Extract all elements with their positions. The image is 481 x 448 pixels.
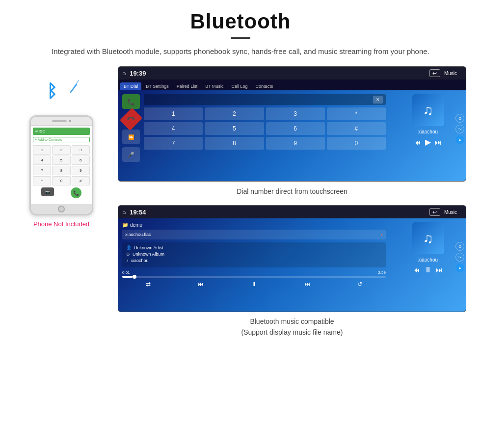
play-btn-2[interactable]: ⏸ (424, 265, 432, 274)
dial-key-4[interactable]: 4 (33, 156, 51, 165)
screen2-topbar: ⌂ 19:54 ↩ Music (118, 206, 466, 218)
dial-key-2[interactable]: 2 (52, 145, 70, 155)
screen1-back-btn[interactable]: ↩ (429, 69, 440, 77)
dial-key-5[interactable]: 5 (52, 156, 70, 165)
dial-key-8[interactable]: 8 (52, 166, 70, 175)
page-container: Bluetooth Integrated with Bluetooth modu… (0, 0, 481, 368)
side-btn-1[interactable]: ⊙ (455, 114, 464, 123)
pause-btn[interactable]: ⏸ (251, 281, 257, 288)
dial-key-hash[interactable]: # (72, 176, 90, 185)
key-hash[interactable]: # (327, 122, 386, 135)
dial-delete-btn[interactable]: ✕ (373, 96, 383, 104)
screen1-home-icon[interactable]: ⌂ (122, 70, 126, 77)
folder-label: 📁 demo (122, 222, 386, 228)
prev-bottom-btn[interactable]: ⏮ (198, 281, 204, 288)
screen1-music-controls: ⏮ ▶ ⏭ (414, 137, 442, 147)
key-7[interactable]: 7 (144, 137, 203, 150)
prev-btn-2[interactable]: ⏮ (413, 266, 420, 274)
phone-add-contacts-btn[interactable]: + Add to Contacts (33, 137, 90, 142)
key-4[interactable]: 4 (144, 122, 203, 135)
next-btn-2[interactable]: ⏭ (436, 266, 443, 274)
car-screen-2: ⌂ 19:54 ↩ Music 📁 demo (118, 205, 466, 312)
next-bottom-btn[interactable]: ⏭ (304, 281, 310, 288)
song-name: xiaochou (131, 258, 149, 263)
dial-key-3[interactable]: 3 (72, 145, 90, 155)
key-3[interactable]: 3 (266, 107, 325, 120)
call-green-btn[interactable]: 📞 (122, 94, 140, 109)
dial-panel: 📞 📞 ⏩ 🎤 ✕ 1 (122, 94, 386, 162)
dial-key-0[interactable]: 0 (52, 176, 70, 185)
repeat-btn[interactable]: ↺ (357, 281, 362, 288)
screen1-music-panel: ♫ xiaochou ⏮ ▶ ⏭ (390, 90, 466, 181)
dial-key-9[interactable]: 9 (72, 166, 90, 175)
key-8[interactable]: 8 (205, 137, 264, 150)
screen2-music-label: Music (444, 210, 457, 215)
prev-btn[interactable]: ⏮ (414, 138, 421, 146)
dial-key-7[interactable]: 7 (33, 166, 51, 175)
title-divider (231, 37, 250, 39)
screen2-body: 📁 demo xiaochou.flac ‹ 👤 Unknow (118, 218, 466, 312)
album-row: ⊙ Unknown Album (126, 252, 382, 257)
dial-key-star[interactable]: * (33, 176, 51, 185)
dial-key-6[interactable]: 6 (72, 156, 90, 165)
folder-name: demo (130, 222, 142, 228)
song-info-panel: 👤 Unknown Artist ⊙ Unknown Album ♪ xiaoc… (122, 242, 386, 267)
key-5[interactable]: 5 (205, 122, 264, 135)
screen1-album-art: ♫ (412, 94, 444, 126)
file-row[interactable]: xiaochou.flac ‹ (122, 230, 386, 239)
subtitle-text: Integrated with Bluetooth module, suppor… (49, 46, 432, 57)
side-btn-2-2[interactable]: 〜 (455, 253, 464, 262)
screen2-home-icon[interactable]: ⌂ (122, 209, 126, 215)
dial-key-1[interactable]: 1 (33, 145, 51, 155)
progress-section: 0:01 2:59 (122, 269, 386, 279)
bt-icon-wrapper: ᛒ (37, 71, 86, 110)
tab-paired-list[interactable]: Paired List (173, 82, 201, 90)
artist-name: Unknown Artist (134, 245, 163, 250)
phone-home-btn[interactable] (58, 206, 65, 212)
side-btn-3[interactable]: ● (455, 135, 464, 144)
key-2[interactable]: 2 (205, 107, 264, 120)
phone-screen-header: MISC (33, 128, 90, 135)
progress-time-row: 0:01 2:59 (122, 270, 386, 275)
screen2-music-controls: ⏮ ⏸ ⏭ (413, 265, 443, 274)
phone-screen-title: MISC (35, 129, 45, 133)
side-btn-2-3[interactable]: ● (455, 264, 464, 272)
mute-btn[interactable]: ⏩ (122, 130, 140, 144)
side-btn-2-1[interactable]: ⊙ (455, 242, 464, 251)
screen2-back-btn[interactable]: ↩ (429, 208, 440, 216)
tab-bt-dial[interactable]: BT Dial (120, 82, 141, 90)
shuffle-btn[interactable]: ⇄ (146, 281, 151, 288)
tab-bt-settings[interactable]: BT Settings (142, 82, 172, 90)
screen2-time: 19:54 (130, 209, 146, 216)
phone-screen: MISC + Add to Contacts 1 2 3 4 5 6 7 8 (31, 126, 92, 204)
play-btn[interactable]: ▶ (425, 137, 431, 147)
page-title: Bluetooth (15, 10, 466, 33)
key-6[interactable]: 6 (266, 122, 325, 135)
tab-call-log[interactable]: Call Log (228, 82, 251, 90)
key-star[interactable]: * (327, 107, 386, 120)
key-1[interactable]: 1 (144, 107, 203, 120)
phone-action-row: 📷 📞 (33, 187, 90, 198)
screen1-body: 📞 📞 ⏩ 🎤 ✕ 1 (118, 90, 466, 181)
progress-bar[interactable] (122, 276, 386, 278)
mic-btn[interactable]: 🎤 (122, 147, 140, 162)
key-0[interactable]: 0 (327, 137, 386, 150)
screen1-time: 19:39 (130, 70, 146, 77)
album-icon: ⊙ (126, 252, 130, 257)
album-name: Unknown Album (133, 252, 164, 257)
phone-call-green-btn[interactable]: 📞 (71, 187, 81, 198)
caption-line1: Bluetooth music compatible (118, 316, 466, 327)
phone-top-bar (31, 117, 92, 126)
music-bottom-controls: ⇄ ⏮ ⏸ ⏭ ↺ (122, 279, 386, 288)
tab-contacts[interactable]: Contacts (252, 82, 277, 90)
screenshots-column: ⌂ 19:39 ↩ Music BT Dial BT Settings Pair… (118, 66, 466, 338)
side-btn-2[interactable]: 〜 (455, 125, 464, 133)
screen2-side-btns: ⊙ 〜 ● (455, 242, 466, 272)
call-red-btn[interactable]: 📞 (120, 108, 143, 131)
phone-video-btn[interactable]: 📷 (41, 187, 54, 196)
key-9[interactable]: 9 (266, 137, 325, 150)
phone-mockup: MISC + Add to Contacts 1 2 3 4 5 6 7 8 (29, 115, 93, 215)
dial-number-section: ✕ 1 2 3 * 4 5 6 # (144, 94, 386, 162)
tab-bt-music[interactable]: BT Music (202, 82, 227, 90)
next-btn[interactable]: ⏭ (435, 138, 442, 146)
